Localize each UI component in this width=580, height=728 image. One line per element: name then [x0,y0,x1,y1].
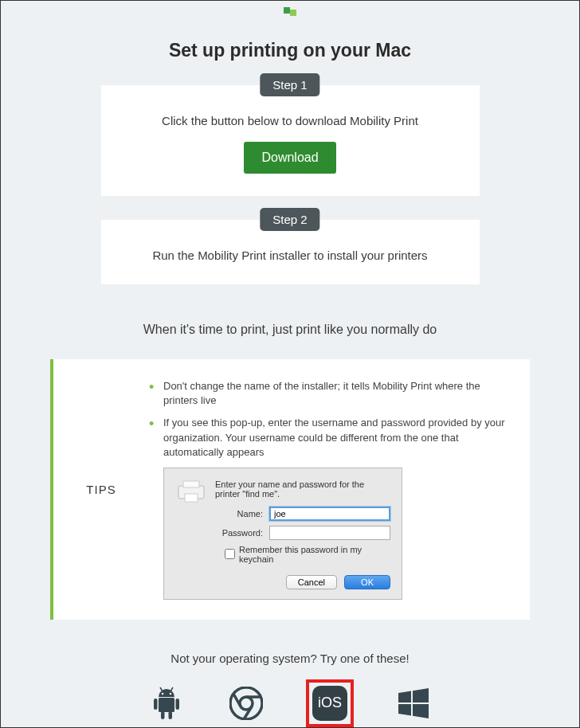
ios-icon[interactable]: iOS [306,679,354,727]
step-2-text: Run the Mobility Print installer to inst… [125,249,456,262]
page-title: Set up printing on your Mac [1,40,579,61]
svg-marker-20 [413,704,429,718]
svg-point-5 [162,693,164,695]
svg-point-6 [170,693,172,695]
download-button[interactable]: Download [244,142,335,174]
remember-label: Remember this password in my keychain [239,545,390,564]
svg-rect-9 [176,699,180,710]
popup-prompt: Enter your name and password for the pri… [215,479,390,499]
os-prompt: Not your operating system? Try one of th… [1,652,579,665]
svg-rect-11 [169,711,173,719]
step-1-card: Step 1 Click the button below to downloa… [101,85,480,196]
logo [1,1,579,25]
tips-label: TIPS [53,379,149,600]
password-field[interactable] [269,526,390,540]
step-2-badge: Step 2 [260,208,319,231]
cancel-button[interactable]: Cancel [286,575,337,589]
windows-icon[interactable] [394,683,433,723]
svg-rect-7 [159,698,174,712]
ok-button[interactable]: OK [344,575,390,589]
printer-icon [175,479,207,503]
svg-marker-19 [398,704,411,716]
tips-card: TIPS Don't change the name of the instal… [50,359,530,620]
android-icon[interactable] [147,683,186,723]
svg-marker-17 [398,691,411,703]
ios-badge-label: iOS [312,686,347,721]
name-field[interactable] [269,507,390,521]
svg-rect-8 [154,699,158,710]
chrome-icon[interactable] [226,683,266,723]
name-label: Name: [215,509,263,519]
svg-rect-1 [183,481,199,487]
svg-rect-10 [161,711,165,719]
svg-marker-18 [413,688,429,703]
tip-item: If you see this pop-up, enter the userna… [149,416,510,460]
step-1-text: Click the button below to download Mobil… [125,114,456,127]
remember-checkbox[interactable] [225,549,235,559]
subtitle: When it's time to print, just print like… [1,323,579,337]
tip-item: Don't change the name of the installer; … [149,379,510,408]
svg-rect-2 [185,494,198,502]
step-1-badge: Step 1 [260,73,319,96]
password-label: Password: [215,528,263,538]
auth-popup: Enter your name and password for the pri… [163,468,402,600]
step-2-card: Step 2 Run the Mobility Print installer … [101,220,480,284]
